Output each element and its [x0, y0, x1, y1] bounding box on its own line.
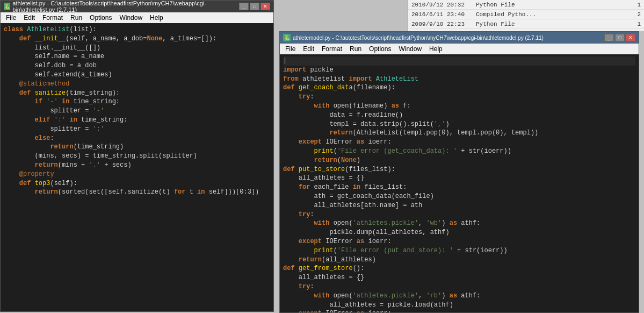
code-line: def sanitize(time_string): — [4, 89, 270, 98]
win-controls-right[interactable]: _ □ ✕ — [604, 34, 635, 41]
titlebar-left: 🐍 athletelist.py - C:\autotestTools\scri… — [1, 1, 273, 12]
code-line: try: — [283, 93, 635, 102]
menu-run-left[interactable]: Run — [67, 13, 85, 22]
code-line: if '-' in time_string: — [4, 97, 270, 106]
tb-name-1: Python File — [476, 2, 630, 8]
menu-edit-right[interactable]: Edit — [300, 45, 317, 53]
code-line: splitter = '-' — [4, 106, 270, 116]
code-line: pickle.dump(all_athletes, athf) — [283, 228, 635, 237]
code-line: list.__init__([]) — [4, 44, 270, 53]
menu-file-right[interactable]: File — [282, 45, 299, 53]
menu-options-left[interactable]: Options — [86, 13, 115, 22]
code-line: (mins, secs) = time_string.split(splitte… — [4, 152, 270, 161]
menu-edit-left[interactable]: Edit — [20, 13, 38, 22]
titlebar-right: 🐍 athletemodel.py - C:\autotestTools\scr… — [280, 32, 639, 44]
python-icon-left: 🐍 — [4, 3, 10, 10]
code-line: return(None) — [283, 156, 635, 165]
code-line: all_athletes = {} — [283, 174, 635, 183]
code-line: @property — [4, 170, 270, 179]
window-right: 🐍 athletemodel.py - C:\autotestTools\scr… — [279, 31, 639, 313]
code-line: all_athletes = pickle.load(athf) — [283, 301, 635, 310]
menu-help-right[interactable]: Help — [426, 45, 446, 53]
code-line: except IOError as ioerr: — [283, 309, 635, 312]
menu-bar-right: File Edit Format Run Options Window Help — [280, 44, 639, 54]
tb-num-2: 2 — [630, 11, 641, 18]
right-panel: 2010/9/12 20:32 Python File 1 2016/6/11 … — [408, 0, 644, 31]
code-line: return(AthleteList(templ.pop(0), templ.p… — [283, 129, 635, 138]
code-line: print('File error (get_coach_data): ' + … — [283, 147, 635, 156]
title-text-right: athletemodel.py - C:\autotestTools\scrip… — [293, 35, 544, 41]
taskbar-item-2[interactable]: 2016/6/11 23:40 Compiled Pytho... 2 — [408, 10, 644, 19]
main-container: 2010/9/12 20:32 Python File 1 2016/6/11 … — [0, 0, 644, 313]
code-line: try: — [283, 282, 635, 291]
taskbar-item-3[interactable]: 2009/9/10 22:23 Python File 1 — [408, 19, 644, 29]
code-line: return(sorted(set([self.sanitize(t) for … — [4, 188, 270, 197]
window-left: 🐍 athletelist.py - C:\autotestTools\scri… — [0, 0, 274, 312]
menu-file-left[interactable]: File — [3, 13, 19, 22]
menu-window-left[interactable]: Window — [116, 13, 146, 22]
title-left: 🐍 athletelist.py - C:\autotestTools\scri… — [4, 0, 239, 13]
menu-run-right[interactable]: Run — [346, 45, 365, 53]
code-line: with open('athletes.pickle', 'rb') as at… — [283, 291, 635, 301]
tb-name-3: Python File — [476, 21, 630, 27]
tb-name-2: Compiled Pytho... — [476, 11, 630, 18]
menu-format-right[interactable]: Format — [319, 45, 345, 53]
maximize-btn-right[interactable]: □ — [615, 34, 625, 41]
code-line: def get_from_store(): — [283, 264, 635, 273]
code-line: except IOError as ioerr: — [283, 138, 635, 147]
code-line: return(time_string) — [4, 143, 270, 152]
code-line: all_athletes = {} — [283, 273, 635, 282]
code-line: self.dob = a_dob — [4, 61, 270, 70]
menu-format-left[interactable]: Format — [39, 13, 66, 22]
taskbar-item-1[interactable]: 2010/9/12 20:32 Python File 1 — [408, 0, 644, 10]
minimize-btn-left[interactable]: _ — [239, 3, 249, 10]
code-line: with open('athletes.pickle', 'wb') as at… — [283, 219, 635, 228]
tb-time-1: 2010/9/12 20:32 — [411, 2, 476, 8]
code-line: return(mins + '.' + secs) — [4, 161, 270, 170]
close-btn-left[interactable]: ✕ — [261, 3, 270, 10]
minimize-btn-right[interactable]: _ — [604, 34, 614, 41]
menu-help-left[interactable]: Help — [147, 13, 167, 22]
code-line: def get_coach_data(filename): — [283, 83, 635, 93]
code-line: elif ':' in time_string: — [4, 116, 270, 125]
python-icon-right: 🐍 — [283, 34, 291, 41]
code-line: except IOError as ioerr: — [283, 237, 635, 246]
menu-bar-left: File Edit Format Run Options Window Help — [1, 12, 273, 23]
title-right-left: 🐍 athletemodel.py - C:\autotestTools\scr… — [283, 34, 544, 41]
menu-options-right[interactable]: Options — [366, 45, 394, 53]
tb-time-2: 2016/6/11 23:40 — [411, 11, 476, 18]
code-line: try: — [283, 210, 635, 219]
code-line: splitter = ':' — [4, 125, 270, 134]
code-line: for each_file in files_list: — [283, 183, 635, 192]
win-controls-left[interactable]: _ □ ✕ — [239, 3, 270, 10]
code-line: all_athletes[ath.name] = ath — [283, 201, 635, 210]
code-line: def top3(self): — [4, 179, 270, 188]
code-line: ath = get_coach_data(each_file) — [283, 192, 635, 201]
close-btn-right[interactable]: ✕ — [626, 34, 635, 41]
tb-num-1: 1 — [630, 2, 641, 8]
code-line: def put_to_store(files_list): — [283, 165, 635, 174]
code-line: print('File error (put_and_store): ' + s… — [283, 246, 635, 255]
code-line: self.extend(a_times) — [4, 70, 270, 80]
code-line: self.name = a_name — [4, 52, 270, 61]
code-line: @staticmethod — [4, 80, 270, 89]
menu-window-right[interactable]: Window — [395, 45, 425, 53]
code-line: class AthleteList(list): — [4, 25, 270, 34]
code-line: templ = data.strip().split(',') — [283, 120, 635, 129]
code-area-left: class AthleteList(list): def __init__(se… — [1, 23, 273, 311]
code-line: def __init__(self, a_name, a_dob=None, a… — [4, 34, 270, 44]
code-line: return(all_athletes) — [283, 255, 635, 265]
code-line: else: — [4, 134, 270, 143]
code-line: with open(filename) as f: — [283, 102, 635, 111]
maximize-btn-left[interactable]: □ — [250, 3, 259, 10]
code-line: import pickle — [283, 66, 635, 75]
title-text-left: athletelist.py - C:\autotestTools\script… — [12, 0, 239, 13]
code-area-right: | import pickle from athletelist import … — [280, 54, 639, 312]
code-line: data = f.readline() — [283, 111, 635, 120]
code-line: | — [283, 56, 635, 66]
code-line: from athletelist import AthleteList — [283, 75, 635, 84]
tb-time-3: 2009/9/10 22:23 — [411, 21, 476, 27]
tb-num-3: 1 — [630, 21, 641, 27]
